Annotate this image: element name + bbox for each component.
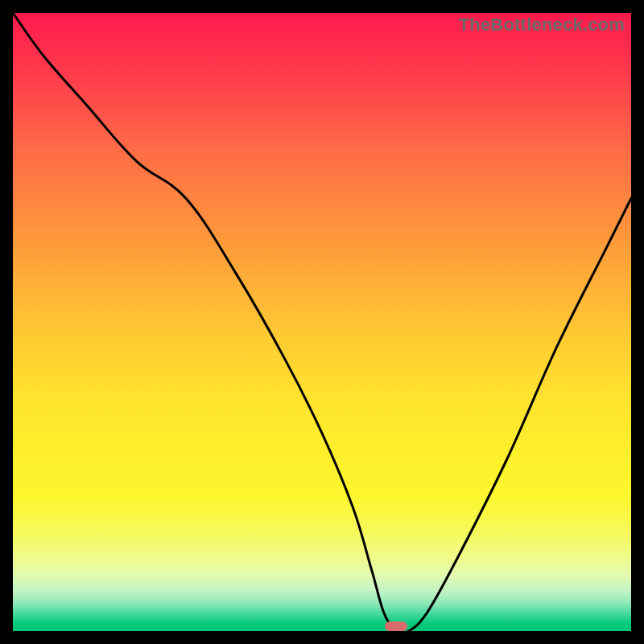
plot-area: TheBottleneck.com <box>13 13 631 631</box>
chart-frame: TheBottleneck.com <box>0 0 644 644</box>
watermark-text: TheBottleneck.com <box>459 14 625 35</box>
bottleneck-curve <box>13 13 631 631</box>
optimal-point-marker <box>385 621 407 631</box>
